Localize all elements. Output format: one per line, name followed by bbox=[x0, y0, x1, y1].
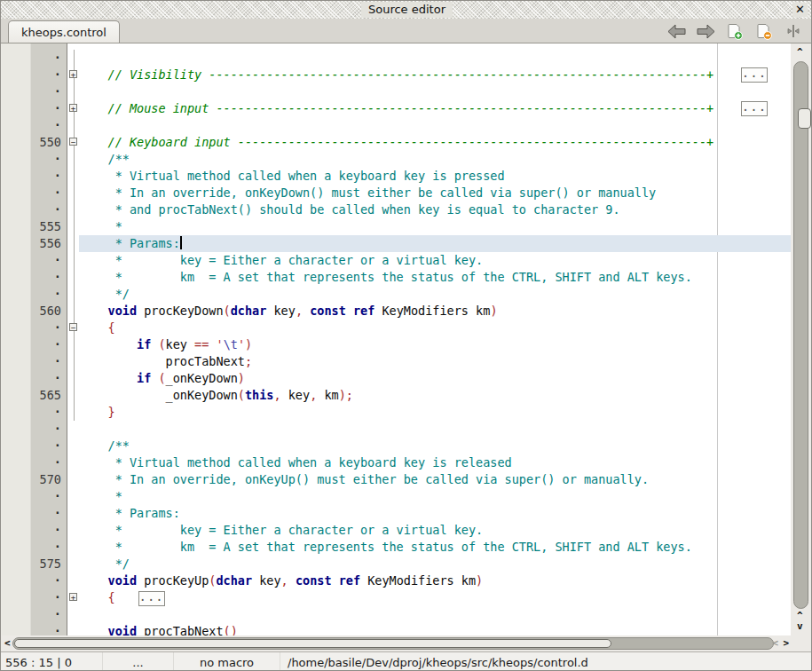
folded-code-box[interactable]: ... bbox=[741, 67, 768, 83]
code-line[interactable]: * Virtual method called when a keyboard … bbox=[79, 454, 791, 471]
line-marker-dot[interactable]: · bbox=[31, 168, 67, 185]
line-marker-dot[interactable]: · bbox=[31, 151, 67, 168]
scroll-left-icon[interactable]: < bbox=[4, 637, 11, 649]
code-line[interactable] bbox=[79, 606, 791, 623]
vertical-scrollbar-thumb[interactable] bbox=[798, 108, 811, 129]
horizontal-scrollbar[interactable]: < < > bbox=[2, 635, 791, 651]
tab-kheops-control[interactable]: kheops.control bbox=[8, 20, 120, 43]
code-line[interactable]: * In an override, onKeyDown() must eithe… bbox=[79, 185, 791, 201]
folded-code-box[interactable]: ... bbox=[741, 101, 768, 116]
status-bar: 556 : 15 | 0 ... no macro /home/basile/D… bbox=[1, 651, 812, 671]
line-marker-dot[interactable]: · bbox=[31, 353, 67, 370]
line-marker-dot[interactable]: · bbox=[31, 201, 67, 218]
line-marker-dot[interactable]: · bbox=[31, 623, 67, 635]
line-marker-dot[interactable]: · bbox=[31, 421, 67, 438]
code-line[interactable]: */ bbox=[79, 286, 791, 303]
code-line[interactable]: void procTabNext() bbox=[79, 623, 791, 635]
fold-expand-box[interactable]: + bbox=[69, 104, 77, 112]
line-marker-dot[interactable]: · bbox=[31, 269, 67, 286]
line-number[interactable]: 570 bbox=[31, 471, 67, 488]
split-view-button[interactable] bbox=[783, 21, 804, 41]
line-marker-dot[interactable]: · bbox=[31, 454, 67, 471]
code-line[interactable]: if (_onKeyDown) bbox=[79, 370, 791, 387]
horizontal-scrollbar-track[interactable] bbox=[12, 637, 774, 650]
line-marker-dot[interactable]: · bbox=[31, 539, 67, 556]
line-marker-dot[interactable]: · bbox=[31, 67, 67, 83]
code-area[interactable]: // Visibility --------------------------… bbox=[79, 43, 791, 635]
current-line[interactable]: * Params: bbox=[79, 235, 791, 252]
line-marker-dot[interactable]: · bbox=[31, 117, 67, 134]
code-line[interactable]: * bbox=[79, 218, 791, 235]
code-line[interactable]: void procKeyDown(dchar key, const ref Ke… bbox=[79, 303, 791, 320]
line-marker-dot[interactable]: · bbox=[31, 100, 67, 117]
line-number[interactable]: 565 bbox=[31, 387, 67, 404]
code-line[interactable]: procTabNext; bbox=[79, 353, 791, 370]
code-line[interactable]: * km = A set that represents the status … bbox=[79, 269, 791, 286]
line-marker-dot[interactable]: · bbox=[31, 252, 67, 269]
line-marker-dot[interactable]: · bbox=[31, 404, 67, 421]
line-marker-dot[interactable]: · bbox=[31, 589, 67, 606]
text-cursor bbox=[180, 236, 182, 249]
line-marker-dot[interactable]: · bbox=[31, 336, 67, 353]
code-line[interactable]: // Keyboard input ----------------------… bbox=[79, 134, 791, 151]
line-marker-dot[interactable]: · bbox=[31, 50, 67, 67]
fold-collapse-box[interactable]: − bbox=[69, 323, 77, 331]
code-line[interactable]: */ bbox=[79, 556, 791, 572]
scroll-down-icon[interactable]: v bbox=[797, 620, 803, 632]
line-marker-dot[interactable]: · bbox=[31, 488, 67, 505]
line-marker-dot[interactable]: · bbox=[31, 606, 67, 623]
go-forward-button[interactable] bbox=[695, 21, 716, 41]
vertical-scrollbar-track[interactable] bbox=[793, 61, 808, 609]
code-line[interactable]: * key = Either a character or a virtual … bbox=[79, 522, 791, 539]
code-line[interactable]: _onKeyDown(this, key, km); bbox=[79, 387, 791, 404]
code-line[interactable]: } bbox=[79, 404, 791, 421]
line-number[interactable]: 575 bbox=[31, 556, 67, 572]
line-marker-dot[interactable]: · bbox=[31, 320, 67, 336]
code-line[interactable]: * Virtual method called when a keyboard … bbox=[79, 168, 791, 185]
line-number[interactable]: 555 bbox=[31, 218, 67, 235]
line-marker-dot[interactable]: · bbox=[31, 370, 67, 387]
code-line[interactable] bbox=[79, 421, 791, 438]
fold-expand-box[interactable]: + bbox=[69, 70, 77, 78]
code-line[interactable] bbox=[79, 83, 791, 100]
close-window-icon[interactable]: ✕ bbox=[792, 3, 808, 17]
new-document-button[interactable] bbox=[724, 21, 745, 41]
line-number[interactable]: 560 bbox=[31, 303, 67, 320]
line-marker-dot[interactable]: · bbox=[31, 185, 67, 201]
scroll-left-icon-right[interactable]: < bbox=[772, 637, 778, 649]
code-line[interactable]: /** bbox=[79, 151, 791, 168]
fold-expand-box[interactable]: + bbox=[69, 593, 77, 601]
close-document-button[interactable] bbox=[753, 21, 775, 41]
line-marker-dot[interactable]: · bbox=[31, 572, 67, 589]
scroll-right-icon[interactable]: > bbox=[783, 637, 789, 649]
line-marker-dot[interactable]: · bbox=[31, 438, 67, 454]
code-line[interactable] bbox=[79, 117, 791, 134]
gutter-numbers[interactable]: ·····550····555556···560····565····570··… bbox=[31, 43, 67, 635]
code-line[interactable]: * key = Either a character or a virtual … bbox=[79, 252, 791, 269]
code-line[interactable]: * and procTabNext() should be called whe… bbox=[79, 201, 791, 218]
go-back-button[interactable] bbox=[666, 21, 687, 41]
code-line[interactable]: /** bbox=[79, 438, 791, 454]
code-line[interactable]: // Mouse input -------------------------… bbox=[79, 100, 791, 117]
fold-collapse-box[interactable]: − bbox=[69, 138, 77, 146]
vertical-scrollbar[interactable]: ^ ^ v bbox=[791, 43, 812, 635]
line-marker-dot[interactable]: · bbox=[31, 505, 67, 522]
code-line[interactable]: {... bbox=[79, 589, 791, 606]
code-line[interactable]: * Params: bbox=[79, 505, 791, 522]
code-line[interactable]: * bbox=[79, 488, 791, 505]
code-line[interactable]: void procKeyUp(dchar key, const ref KeyM… bbox=[79, 572, 791, 589]
folded-code-box[interactable]: ... bbox=[138, 591, 165, 606]
code-line[interactable]: { bbox=[79, 320, 791, 336]
code-line[interactable]: // Visibility --------------------------… bbox=[79, 67, 791, 83]
line-number[interactable]: 556 bbox=[31, 235, 67, 252]
scroll-up-icon[interactable]: ^ bbox=[797, 46, 803, 58]
line-marker-dot[interactable]: · bbox=[31, 286, 67, 303]
line-marker-dot[interactable]: · bbox=[31, 83, 67, 100]
code-line[interactable]: * km = A set that represents the status … bbox=[79, 539, 791, 556]
horizontal-scrollbar-thumb[interactable] bbox=[14, 639, 611, 648]
code-line[interactable] bbox=[79, 50, 791, 67]
line-number[interactable]: 550 bbox=[31, 134, 67, 151]
code-line[interactable]: * In an override, onKeyUp() must either … bbox=[79, 471, 791, 488]
line-marker-dot[interactable]: · bbox=[31, 522, 67, 539]
code-line[interactable]: if (key == '\t') bbox=[79, 336, 791, 353]
